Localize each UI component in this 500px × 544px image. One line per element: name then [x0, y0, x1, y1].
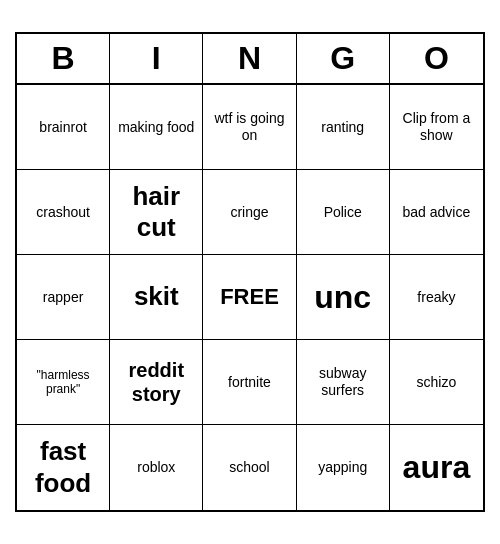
bingo-cell: cringe — [203, 170, 296, 255]
bingo-cell: subway surfers — [297, 340, 390, 425]
bingo-cell: brainrot — [17, 85, 110, 170]
header-letter: O — [390, 34, 483, 83]
bingo-cell: school — [203, 425, 296, 510]
bingo-cell: fortnite — [203, 340, 296, 425]
bingo-cell: freaky — [390, 255, 483, 340]
bingo-cell: wtf is going on — [203, 85, 296, 170]
bingo-cell: roblox — [110, 425, 203, 510]
bingo-cell: skit — [110, 255, 203, 340]
bingo-header: BINGO — [17, 34, 483, 85]
bingo-cell: "harmless prank" — [17, 340, 110, 425]
bingo-cell: reddit story — [110, 340, 203, 425]
bingo-cell: making food — [110, 85, 203, 170]
bingo-cell: fast food — [17, 425, 110, 510]
bingo-cell: ranting — [297, 85, 390, 170]
bingo-cell: yapping — [297, 425, 390, 510]
bingo-card: BINGO brainrotmaking foodwtf is going on… — [15, 32, 485, 512]
bingo-cell: hair cut — [110, 170, 203, 255]
bingo-cell: Clip from a show — [390, 85, 483, 170]
bingo-cell: bad advice — [390, 170, 483, 255]
header-letter: I — [110, 34, 203, 83]
bingo-cell: unc — [297, 255, 390, 340]
bingo-grid: brainrotmaking foodwtf is going onrantin… — [17, 85, 483, 510]
bingo-cell: rapper — [17, 255, 110, 340]
bingo-cell: Police — [297, 170, 390, 255]
header-letter: N — [203, 34, 296, 83]
header-letter: G — [297, 34, 390, 83]
bingo-cell: FREE — [203, 255, 296, 340]
header-letter: B — [17, 34, 110, 83]
bingo-cell: aura — [390, 425, 483, 510]
bingo-cell: schizo — [390, 340, 483, 425]
bingo-cell: crashout — [17, 170, 110, 255]
